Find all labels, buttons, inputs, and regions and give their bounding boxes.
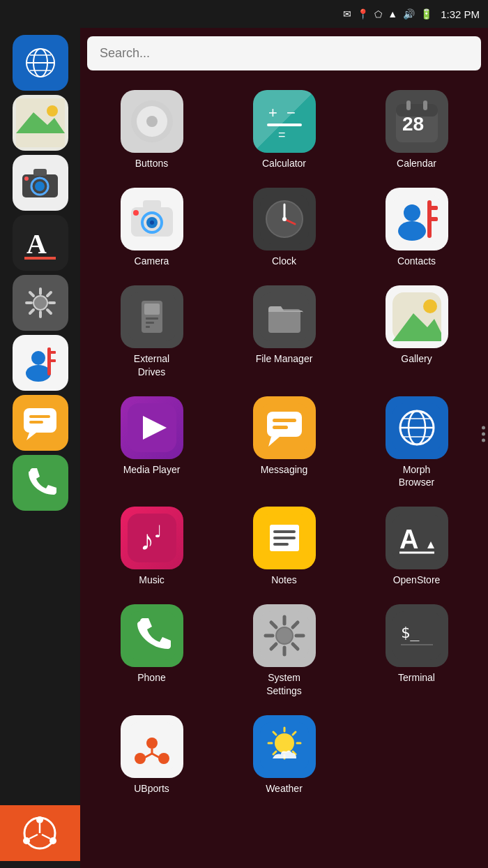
app-icon-gallery [386, 285, 448, 348]
svg-point-10 [35, 181, 45, 191]
sidebar-item-system-settings[interactable] [13, 275, 68, 331]
svg-point-15 [33, 296, 47, 310]
app-item-file-manager[interactable]: File Manager [220, 280, 349, 383]
app-label-terminal: Terminal [398, 671, 435, 684]
svg-rect-27 [47, 351, 56, 354]
svg-point-65 [404, 204, 420, 221]
app-icon-file-manager [253, 285, 316, 348]
app-item-weather[interactable]: Weather [220, 710, 349, 800]
svg-point-42 [146, 116, 158, 127]
app-item-messaging[interactable]: Messaging [220, 391, 349, 494]
svg-rect-57 [143, 200, 161, 209]
app-item-notes[interactable]: Notes [220, 501, 349, 592]
app-label-weather: Weather [266, 782, 303, 795]
svg-line-22 [47, 292, 51, 296]
sidebar-item-messaging[interactable] [13, 395, 68, 451]
app-item-ubports[interactable]: UBports [87, 710, 216, 800]
svg-point-24 [31, 351, 45, 365]
svg-text:♩: ♩ [154, 523, 162, 541]
svg-line-20 [30, 292, 33, 296]
svg-rect-86 [273, 419, 296, 422]
svg-point-66 [398, 221, 426, 241]
app-item-morph-browser[interactable]: Morph Browser [352, 391, 481, 494]
svg-line-39 [42, 835, 50, 839]
sidebar-item-contacts[interactable] [13, 335, 68, 391]
svg-text:=: = [278, 128, 286, 142]
app-item-gallery[interactable]: Gallery [352, 280, 481, 383]
svg-rect-28 [47, 359, 56, 362]
svg-text:+: + [268, 104, 277, 121]
svg-rect-101 [273, 543, 289, 546]
svg-rect-73 [146, 317, 158, 320]
svg-rect-84 [267, 412, 302, 437]
svg-rect-51 [406, 100, 411, 110]
app-label-notes: Notes [271, 574, 297, 586]
svg-rect-32 [29, 421, 43, 424]
app-item-phone[interactable]: Phone [87, 599, 216, 702]
sidebar-item-morph-browser[interactable] [13, 35, 68, 91]
svg-text:♪: ♪ [140, 525, 154, 556]
bluetooth-icon: ⬠ [374, 9, 382, 20]
svg-point-128 [275, 733, 294, 753]
sidebar-item-phone[interactable] [13, 455, 68, 511]
app-label-camera: Camera [135, 255, 169, 267]
svg-point-63 [282, 217, 287, 221]
app-label-buttons: Buttons [135, 157, 168, 170]
app-icon-clock [253, 188, 316, 250]
svg-point-7 [47, 105, 58, 117]
app-item-clock[interactable]: Clock [220, 182, 349, 273]
svg-text:28: 28 [402, 113, 424, 135]
svg-point-12 [24, 177, 29, 181]
svg-rect-11 [33, 169, 47, 176]
app-item-camera[interactable]: Camera [87, 182, 216, 273]
app-label-calculator: Calculator [262, 157, 306, 170]
app-item-media-player[interactable]: Media Player [87, 391, 216, 494]
scroll-dot-1 [482, 426, 485, 430]
svg-point-108 [276, 627, 293, 644]
status-bar: ✉ 📍 ⬠ ▲ 🔊 🔋 1:32 PM [0, 0, 488, 28]
svg-rect-99 [273, 530, 296, 533]
status-time: 1:32 PM [441, 8, 480, 20]
app-grid: Buttons + − = Calculator 28 [87, 84, 481, 814]
svg-marker-30 [26, 433, 36, 440]
app-icon-notes [253, 507, 316, 569]
svg-point-58 [133, 210, 139, 216]
app-item-terminal[interactable]: $_ Terminal [352, 599, 481, 702]
svg-text:$_: $_ [401, 624, 420, 641]
ubuntu-button[interactable] [0, 805, 80, 861]
app-item-contacts[interactable]: Contacts [352, 182, 481, 273]
svg-text:A: A [26, 228, 47, 260]
app-item-calendar[interactable]: 28 Calendar [352, 84, 481, 175]
app-icon-buttons [121, 90, 183, 153]
svg-rect-75 [146, 326, 150, 328]
app-icon-phone [121, 604, 183, 667]
svg-text:A: A [399, 525, 418, 554]
svg-rect-87 [273, 426, 288, 429]
app-item-buttons[interactable]: Buttons [87, 84, 216, 175]
app-item-system-settings[interactable]: System Settings [220, 599, 349, 702]
svg-rect-77 [268, 309, 300, 333]
svg-rect-68 [427, 206, 438, 210]
sidebar-item-camera[interactable] [13, 155, 68, 211]
app-item-openstore[interactable]: A OpenStore [352, 501, 481, 592]
app-label-openstore: OpenStore [393, 574, 441, 586]
svg-rect-14 [24, 257, 56, 260]
sidebar-item-font-viewer[interactable]: A [13, 215, 68, 271]
svg-rect-74 [146, 322, 154, 324]
main-content: Buttons + − = Calculator 28 [80, 28, 488, 868]
app-icon-terminal: $_ [386, 604, 448, 667]
app-label-clock: Clock [272, 255, 296, 267]
svg-rect-100 [273, 537, 296, 539]
svg-point-35 [23, 837, 30, 844]
sidebar-item-gallery[interactable] [13, 95, 68, 151]
app-item-music[interactable]: ♪ ♩ Music [87, 501, 216, 592]
search-input[interactable] [87, 36, 481, 70]
svg-rect-46 [267, 124, 302, 126]
app-label-gallery: Gallery [401, 352, 432, 365]
app-label-messaging: Messaging [261, 463, 308, 476]
app-label-media-player: Media Player [123, 463, 181, 476]
svg-point-56 [150, 220, 154, 225]
app-item-calculator[interactable]: + − = Calculator [220, 84, 349, 175]
app-label-calendar: Calendar [397, 157, 436, 170]
app-item-external-drives[interactable]: External Drives [87, 280, 216, 383]
